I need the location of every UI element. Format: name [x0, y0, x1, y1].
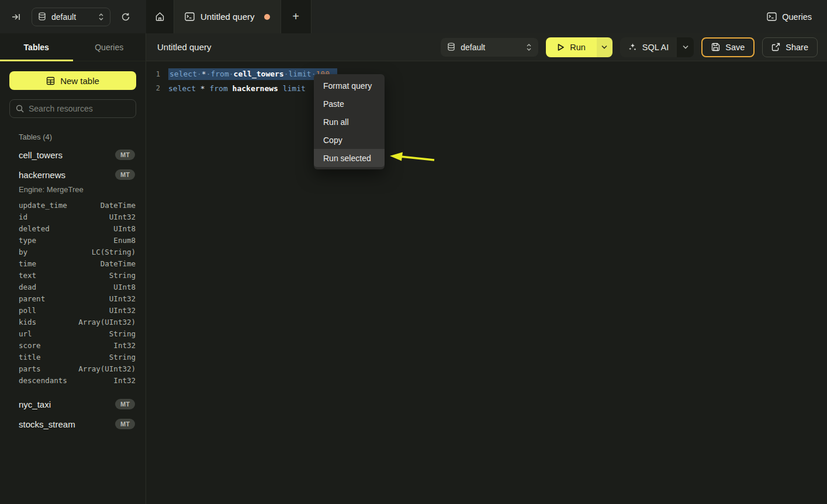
search-box [9, 99, 136, 118]
updown-chevrons-icon [526, 43, 532, 51]
whitespace-dot: · [284, 69, 289, 78]
sql-token: hackernews [233, 84, 278, 93]
sql-token: from [209, 84, 227, 93]
sql-token: limit [289, 69, 312, 78]
save-button-label: Save [725, 43, 745, 52]
save-icon [711, 43, 720, 51]
column-name: by [19, 248, 27, 256]
table-icon [46, 77, 55, 85]
sql-ai-button[interactable]: SQL AI [620, 37, 677, 57]
plus-icon: + [292, 10, 299, 23]
context-menu-item[interactable]: Run all [314, 113, 385, 131]
search-input[interactable] [29, 104, 134, 113]
sidebar-tab-queries[interactable]: Queries [73, 33, 146, 61]
query-title: Untitled query [157, 42, 212, 52]
column-type: String [109, 271, 136, 280]
code-text: select * from hackernews limit [168, 84, 306, 93]
column-name: title [19, 353, 41, 362]
toolbar-database-select[interactable]: default [441, 38, 538, 57]
column-row: timeDateTime [9, 258, 136, 269]
new-tab-button[interactable]: + [281, 0, 312, 33]
tab-home[interactable] [146, 0, 174, 33]
table-row[interactable]: cell_towersMT [9, 145, 136, 165]
table-name: cell_towers [19, 150, 63, 160]
column-row: scoreInt32 [9, 339, 136, 351]
top-bar: default [0, 0, 827, 33]
column-row: titleString [9, 351, 136, 363]
column-type: DateTime [101, 259, 136, 268]
sql-ai-options-button[interactable] [677, 37, 694, 57]
whitespace-dot: · [197, 69, 202, 78]
top-bar-right: Queries [312, 0, 827, 33]
context-menu: Format queryPasteRun allCopyRun selected [314, 74, 385, 169]
terminal-icon [767, 12, 777, 21]
column-row: idUInt32 [9, 211, 136, 223]
context-menu-item[interactable]: Paste [314, 95, 385, 113]
tab-label: Untitled query [200, 12, 255, 22]
terminal-icon [185, 12, 195, 21]
column-name: parent [19, 294, 45, 303]
queries-button[interactable]: Queries [767, 12, 812, 22]
table-row[interactable]: hackernewsMT [9, 165, 136, 185]
sql-ai-split-button: SQL AI [620, 37, 694, 57]
sidebar-tab-bar: Tables Queries [0, 33, 146, 61]
column-name: score [19, 341, 41, 350]
sql-ai-button-label: SQL AI [642, 43, 669, 52]
column-name: kids [19, 318, 36, 326]
run-button[interactable]: Run [546, 37, 597, 57]
context-menu-item[interactable]: Run selected [314, 149, 385, 167]
collapse-sidebar-button[interactable] [8, 9, 25, 25]
column-row: urlString [9, 328, 136, 339]
run-button-label: Run [570, 43, 586, 52]
whitespace-dot: · [229, 69, 234, 78]
column-type: LC(String) [92, 248, 136, 256]
save-button[interactable]: Save [701, 37, 755, 57]
context-menu-item[interactable]: Format query [314, 77, 385, 95]
new-table-button-label: New table [60, 76, 99, 86]
column-type: Int32 [113, 376, 136, 385]
sql-token: select [168, 84, 196, 93]
updown-chevrons-icon [98, 13, 104, 21]
code-line[interactable]: 2select * from hackernews limit [146, 81, 827, 95]
column-row: descendantsInt32 [9, 374, 136, 386]
unsaved-changes-dot [264, 14, 270, 20]
run-split-button: Run [546, 37, 613, 57]
share-button[interactable]: Share [762, 37, 818, 57]
database-select[interactable]: default [32, 8, 110, 26]
column-type: String [109, 329, 136, 338]
column-name: type [19, 236, 36, 245]
column-row: deletedUInt8 [9, 223, 136, 234]
sql-token: select [169, 69, 197, 78]
run-options-button[interactable] [597, 37, 613, 57]
column-type: UInt8 [113, 224, 136, 233]
column-row: textString [9, 269, 136, 281]
sql-token: * [200, 84, 205, 93]
code-line[interactable]: 1select·*·from·cell_towers·limit·100 [146, 67, 827, 81]
column-row: update_timeDateTime [9, 199, 136, 211]
engine-badge: MT [115, 399, 135, 409]
collapse-sidebar-icon [12, 12, 21, 22]
engine-badge: MT [115, 419, 135, 429]
sql-editor[interactable]: 1select·*·from·cell_towers·limit·100 2se… [146, 61, 827, 504]
sql-token: limit [283, 84, 306, 93]
column-name: url [19, 329, 32, 338]
table-row[interactable]: nyc_taxiMT [9, 394, 136, 414]
tab-untitled-query[interactable]: Untitled query [174, 0, 281, 33]
column-type: Int32 [113, 341, 136, 350]
table-row[interactable]: stocks_streamMT [9, 414, 136, 434]
second-row: Tables Queries Untitled query default [0, 33, 827, 61]
database-icon [447, 43, 455, 51]
column-row: partsArray(UInt32) [9, 363, 136, 374]
toolbar-database-value: default [461, 43, 521, 52]
refresh-button[interactable] [117, 9, 134, 25]
new-table-button[interactable]: New table [9, 71, 136, 90]
column-name: update_time [19, 201, 67, 210]
context-menu-item[interactable]: Copy [314, 131, 385, 149]
search-icon [16, 105, 24, 113]
column-name: deleted [19, 224, 50, 233]
query-toolbar: Untitled query default [146, 33, 827, 61]
sidebar-tab-tables[interactable]: Tables [0, 33, 73, 61]
column-type: UInt32 [109, 213, 136, 221]
column-row: deadUInt8 [9, 281, 136, 293]
home-icon [155, 12, 165, 22]
